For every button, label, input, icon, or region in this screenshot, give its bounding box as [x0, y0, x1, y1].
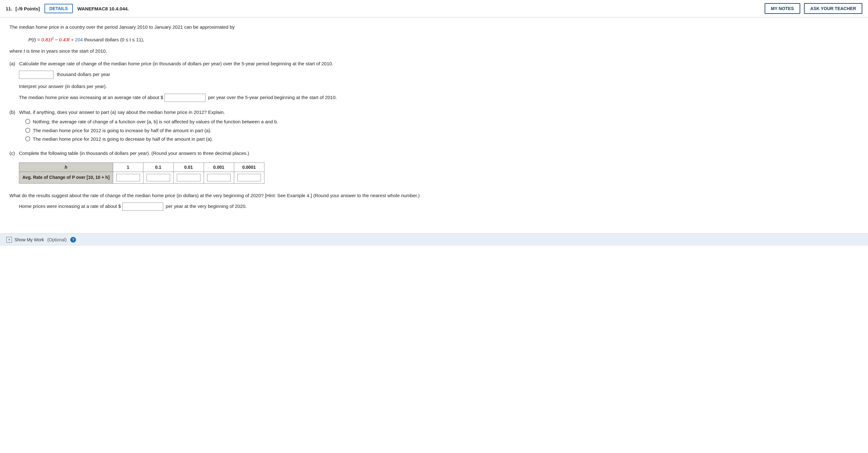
part-b-text: What, if anything, does your answer to p… [19, 110, 225, 115]
formula-coeff1: 0.81 [41, 37, 51, 42]
interpret-prefix: The median home price was increasing at … [19, 95, 163, 100]
table-cell-1 [113, 172, 143, 183]
part-a-input[interactable] [19, 70, 54, 79]
table-col-2: 0.1 [143, 163, 173, 172]
formula-exp1: 2 [52, 36, 54, 40]
part-c-text: Complete the following table (in thousan… [19, 150, 249, 156]
table-col-1: 1 [113, 163, 143, 172]
radio-2[interactable] [25, 128, 30, 133]
part-b-label: (b) [9, 110, 15, 115]
table-input-2[interactable] [147, 174, 170, 181]
problem-code: WANEFMAC8 10.4.044. [77, 6, 129, 11]
table-row-header: Avg. Rate of Change of P over [10, 10 + … [19, 172, 113, 183]
table-col-5: 0.0001 [234, 163, 264, 172]
number: 11. [6, 6, 12, 11]
table-cell-2 [143, 172, 173, 183]
radio-1-label: Nothing; the average rate of change of a… [33, 118, 278, 125]
part-c-answer-row: Home prices were increasing at a rate of… [19, 202, 859, 211]
part-a-label: (a) [9, 61, 15, 66]
radio-option-2[interactable]: The median home price for 2012 is going … [25, 127, 859, 134]
part-c-result-text: What do the results suggest about the ra… [9, 192, 859, 199]
formula-op1: − [55, 37, 59, 42]
part-a-answer-row: thousand dollars per year [19, 70, 859, 79]
formula-coeff2: 0.43 [59, 37, 68, 42]
radio-2-label: The median home price for 2012 is going … [33, 127, 212, 134]
formula-line: P(t) = 0.81t2 − 0.43t + 204 thousand dol… [28, 35, 859, 44]
row-header-text: Avg. Rate of Change of P over [10, 10 + … [22, 175, 110, 180]
table-cell-4 [204, 172, 234, 183]
interpret-label: Interpret your answer (in dollars per ye… [19, 82, 859, 90]
page-wrapper: 11. [-/9 Points] DETAILS WANEFMAC8 10.4.… [0, 0, 868, 453]
details-button[interactable]: DETAILS [44, 4, 73, 13]
part-b-question: (b) What, if anything, does your answer … [9, 109, 859, 116]
expand-icon[interactable]: + [6, 237, 12, 243]
table-input-3[interactable] [177, 174, 200, 181]
part-c-question: (c) Complete the following table (in tho… [9, 150, 859, 157]
table-h-header: h [19, 163, 113, 172]
formula-suffix: thousand dollars (0 ≤ t ≤ 11), [84, 37, 144, 42]
table-wrapper: h 1 0.1 0.01 0.001 0.0001 Avg. Rate [19, 163, 265, 183]
header: 11. [-/9 Points] DETAILS WANEFMAC8 10.4.… [0, 0, 868, 17]
part-c-answer-suffix: per year at the very beginning of 2020. [166, 203, 247, 209]
h-label: h [65, 165, 67, 170]
radio-3-label: The median home price for 2012 is going … [33, 136, 213, 143]
table-input-1[interactable] [116, 174, 140, 181]
table-input-4[interactable] [207, 174, 231, 181]
table-cell-3 [173, 172, 204, 183]
content: The median home price in a country over … [0, 17, 868, 227]
interpret-input[interactable] [164, 94, 206, 102]
show-my-work-optional: (Optional) [47, 237, 66, 242]
table-input-5[interactable] [237, 174, 261, 181]
part-a-text: Calculate the average rate of change of … [19, 61, 333, 66]
interpret-suffix: per year over the 5-year period beginnin… [208, 95, 337, 100]
interpret-label-text: Interpret your answer (in dollars per ye… [19, 84, 107, 89]
formula-var2: t [68, 37, 70, 42]
where-text: where t is time in years since the start… [9, 48, 859, 55]
data-table: h 1 0.1 0.01 0.001 0.0001 Avg. Rate [19, 163, 265, 183]
my-notes-button[interactable]: MY NOTES [765, 3, 800, 14]
part-a-suffix: thousand dollars per year [57, 72, 110, 77]
radio-option-3[interactable]: The median home price for 2012 is going … [25, 136, 859, 143]
result-text: What do the results suggest about the ra… [9, 193, 420, 198]
header-right: MY NOTES ASK YOUR TEACHER [765, 3, 862, 14]
radio-option-1[interactable]: Nothing; the average rate of change of a… [25, 118, 859, 125]
points: [-/9 Points] [16, 6, 40, 11]
info-icon[interactable]: ? [70, 237, 76, 243]
table-col-4: 0.001 [204, 163, 234, 172]
ask-teacher-button[interactable]: ASK YOUR TEACHER [804, 3, 862, 14]
header-left: 11. [-/9 Points] DETAILS WANEFMAC8 10.4.… [6, 4, 765, 13]
radio-1[interactable] [25, 119, 30, 124]
intro-text: The median home price in a country over … [9, 24, 859, 31]
table-cell-5 [234, 172, 264, 183]
part-a-question: (a) Calculate the average rate of change… [9, 60, 859, 67]
part-c: (c) Complete the following table (in tho… [9, 150, 859, 211]
table-col-3: 0.01 [173, 163, 204, 172]
part-c-label: (c) [9, 150, 15, 156]
formula-t1: t [33, 37, 34, 42]
formula-p: P [28, 37, 32, 42]
formula-op2: + [71, 37, 75, 42]
part-c-answer-input[interactable] [122, 202, 163, 211]
part-a: (a) Calculate the average rate of change… [9, 60, 859, 102]
show-my-work-label: Show My Work [14, 237, 44, 242]
formula-const: 204 [75, 37, 83, 42]
interpret-answer-row: The median home price was increasing at … [19, 93, 859, 102]
part-b: (b) What, if anything, does your answer … [9, 109, 859, 143]
part-c-answer-prefix: Home prices were increasing at a rate of… [19, 203, 121, 209]
radio-3[interactable] [25, 136, 30, 141]
problem-number: 11. [-/9 Points] [6, 6, 40, 11]
show-my-work[interactable]: + Show My Work (Optional) ? [0, 233, 868, 246]
